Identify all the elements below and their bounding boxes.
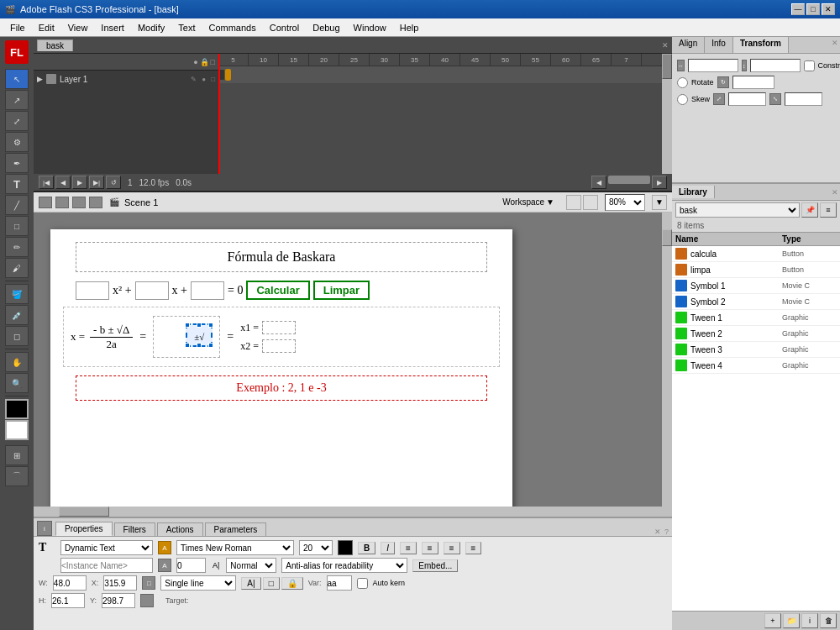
lasso-tool[interactable]: ⚙ <box>5 132 29 152</box>
prop-tab-properties[interactable]: Properties <box>55 522 113 536</box>
embed-btn[interactable]: Embed... <box>412 559 458 572</box>
align-left-btn[interactable]: ≡ <box>400 542 417 554</box>
stage-scroll-thumb-v[interactable] <box>662 229 672 246</box>
eyedropper-tool[interactable]: 💉 <box>5 305 29 325</box>
handle-br[interactable] <box>208 343 213 348</box>
brush-tool[interactable]: 🖌 <box>5 258 29 278</box>
skew-radio[interactable] <box>677 94 688 105</box>
lib-options-btn[interactable]: ≡ <box>820 202 837 218</box>
lib-item-symbol1[interactable]: Symbol 1 Movie C <box>672 278 840 294</box>
library-source-select[interactable]: bask <box>675 202 800 218</box>
right-top-close[interactable]: ✕ <box>830 37 840 53</box>
text-type-select[interactable]: Dynamic Text <box>60 540 153 555</box>
rectangle-tool[interactable]: □ <box>5 216 29 236</box>
line-tool[interactable]: ╱ <box>5 195 29 215</box>
font-select[interactable]: Times New Roman <box>176 540 294 555</box>
prop-tab-actions[interactable]: Actions <box>157 522 203 536</box>
menu-modify[interactable]: Modify <box>131 21 171 34</box>
handle-bm[interactable] <box>197 343 202 348</box>
menu-insert[interactable]: Insert <box>94 21 131 34</box>
calcular-btn[interactable]: Calcular <box>246 281 309 300</box>
scrollbar-thumb[interactable] <box>662 54 672 79</box>
step-back-btn[interactable]: ◀ <box>55 176 71 189</box>
menu-text[interactable]: Text <box>171 21 202 34</box>
coeff-c-input[interactable] <box>191 281 224 300</box>
lib-item-tween1[interactable]: Tween 1 Graphic <box>672 310 840 326</box>
bold-btn[interactable]: B <box>358 542 375 554</box>
frame-scroll[interactable] <box>608 176 650 184</box>
subselection-tool[interactable]: ↗ <box>5 90 29 110</box>
char-spacing-input[interactable] <box>176 558 206 573</box>
loop-btn[interactable]: ↺ <box>106 176 121 189</box>
align-center-btn[interactable]: ≡ <box>422 542 438 554</box>
lib-new-folder-btn[interactable]: 📁 <box>783 613 800 628</box>
prop-help-btn[interactable]: ? <box>664 528 669 536</box>
lib-properties-btn[interactable]: i <box>801 613 818 628</box>
y-input[interactable]: 298.7 <box>102 593 135 608</box>
scale-h-input[interactable]: 100.0% <box>750 59 801 72</box>
scene-label[interactable]: Scene 1 <box>124 197 158 207</box>
prop-close-btn[interactable]: ✕ <box>654 528 661 536</box>
stage-view-btn2[interactable] <box>583 195 598 210</box>
instance-name-input[interactable] <box>60 558 153 573</box>
align-right-btn[interactable]: ≡ <box>444 542 460 554</box>
menu-debug[interactable]: Debug <box>306 21 346 34</box>
edit-scene-btn[interactable] <box>39 197 52 208</box>
next-frame-btn[interactable]: ▶ <box>652 176 667 189</box>
maximize-button[interactable]: □ <box>806 3 820 15</box>
stage-scroll-thumb-h[interactable] <box>59 507 109 517</box>
stage-canvas-area[interactable]: Fórmula de Baskara x² + x + = 0 Calcular… <box>34 213 662 507</box>
menu-file[interactable]: File <box>3 21 32 34</box>
rotate-input[interactable]: 0.0° <box>732 76 774 89</box>
auto-kern-checkbox[interactable] <box>357 578 368 589</box>
font-size-select[interactable]: 20 <box>299 540 333 555</box>
lib-pin-btn[interactable]: 📌 <box>801 202 818 218</box>
layer-1[interactable]: ▶ Layer 1 ✎ ● □ <box>34 71 218 87</box>
clip-btn[interactable] <box>89 197 102 208</box>
right-tab-transform[interactable]: Transform <box>733 37 789 53</box>
close-button[interactable]: ✕ <box>822 3 835 15</box>
text-color-btn[interactable] <box>338 540 353 555</box>
minimize-button[interactable]: — <box>791 3 805 15</box>
prop-tab-parameters[interactable]: Parameters <box>205 522 267 536</box>
stage-view-btn1[interactable] <box>566 195 581 210</box>
lib-item-symbol2[interactable]: Symbol 2 Movie C <box>672 294 840 310</box>
stage-scroll-h[interactable] <box>34 507 672 517</box>
text-wrap-btn[interactable]: A| <box>241 577 260 590</box>
library-close[interactable]: ✕ <box>830 186 840 198</box>
constrain-checkbox[interactable] <box>804 60 815 71</box>
var-input[interactable]: aa <box>327 575 352 591</box>
snap-toggle[interactable]: ⊞ <box>5 445 29 465</box>
text-tool[interactable]: T <box>5 174 29 194</box>
zoom-select[interactable]: 80% 50% 100% <box>605 194 645 211</box>
height-input[interactable]: 26.1 <box>51 593 85 608</box>
handle-tl[interactable] <box>185 323 190 328</box>
stroke-color[interactable] <box>5 399 29 419</box>
handle-bl[interactable] <box>185 343 190 348</box>
smooth-btn[interactable]: ⌒ <box>5 466 29 486</box>
lib-item-tween4[interactable]: Tween 4 Graphic <box>672 358 840 374</box>
library-tab[interactable]: Library <box>672 186 715 198</box>
step-fwd-btn[interactable]: ▶| <box>89 176 104 189</box>
normal-select[interactable]: Normal <box>226 558 276 573</box>
timeline-scrollbar-v[interactable] <box>662 54 672 174</box>
play-btn[interactable]: ▶ <box>72 176 87 189</box>
zoom-options-btn[interactable]: ▼ <box>652 195 667 210</box>
lib-item-limpa[interactable]: limpa Button <box>672 262 840 278</box>
pen-tool[interactable]: ✒ <box>5 153 29 173</box>
pencil-tool[interactable]: ✏ <box>5 237 29 257</box>
text-orient-btn[interactable]: A <box>158 541 171 554</box>
eraser-tool[interactable]: ◻ <box>5 326 29 346</box>
lib-item-tween2[interactable]: Tween 2 Graphic <box>672 326 840 342</box>
italic-btn[interactable]: I <box>381 542 395 554</box>
lib-new-symbol-btn[interactable]: + <box>764 613 781 628</box>
menu-commands[interactable]: Commands <box>202 21 262 34</box>
menu-view[interactable]: View <box>61 21 95 34</box>
free-transform-tool[interactable]: ⤢ <box>5 111 29 131</box>
selection-tool[interactable]: ↖ <box>5 69 29 89</box>
hand-tool[interactable]: ✋ <box>5 352 29 372</box>
prop-tab-filters[interactable]: Filters <box>114 522 155 536</box>
coeff-b-input[interactable] <box>135 281 169 300</box>
menu-control[interactable]: Control <box>263 21 306 34</box>
x-input[interactable]: 315.9 <box>103 575 137 591</box>
